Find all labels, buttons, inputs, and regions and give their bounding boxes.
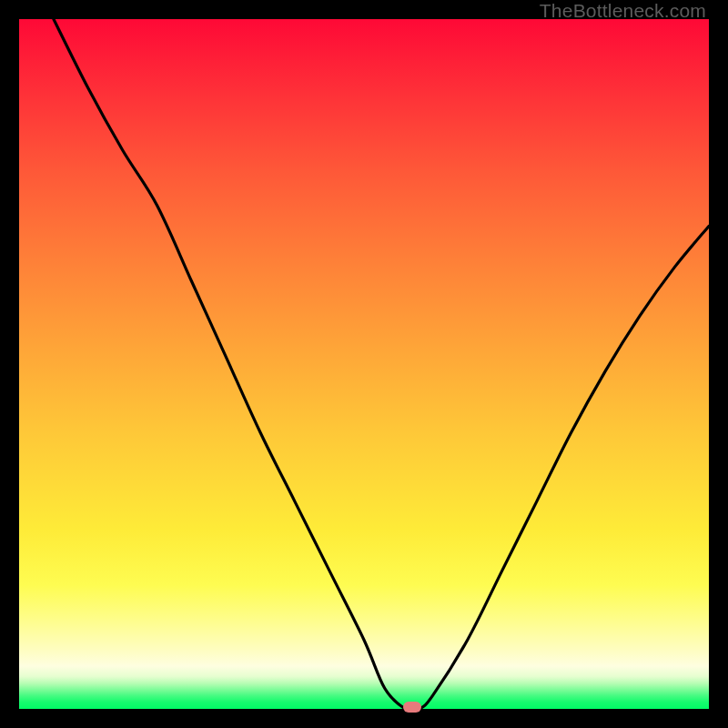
- plot-area: [19, 19, 709, 709]
- optimal-marker: [403, 702, 421, 713]
- watermark-text: TheBottleneck.com: [540, 0, 706, 22]
- bottleneck-curve: [19, 19, 709, 709]
- chart-frame: TheBottleneck.com: [0, 0, 728, 728]
